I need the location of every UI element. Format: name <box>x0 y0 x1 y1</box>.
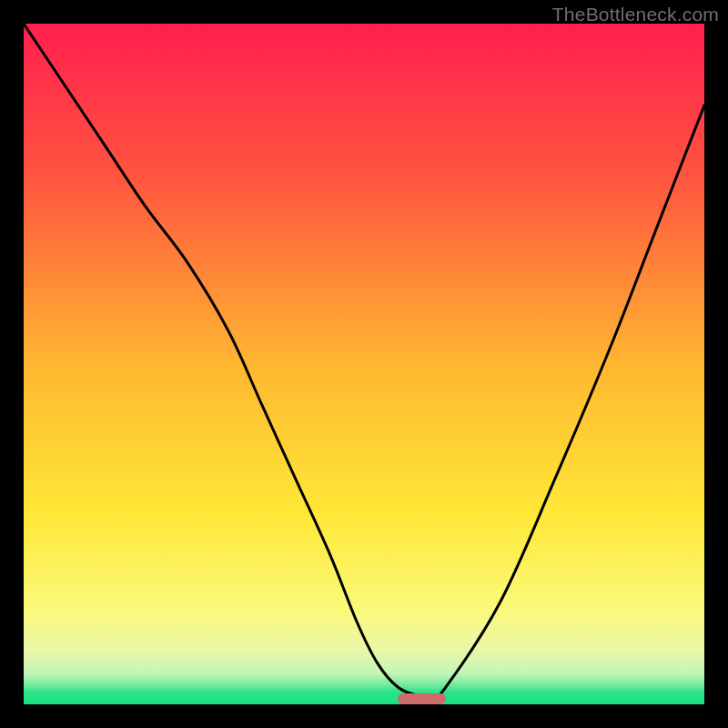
curve-layer <box>24 24 704 704</box>
bottleneck-curve <box>24 24 704 697</box>
outer-frame: TheBottleneck.com <box>0 0 728 728</box>
minimum-marker <box>398 693 445 704</box>
watermark-text: TheBottleneck.com <box>552 4 719 25</box>
plot-area <box>24 24 704 704</box>
